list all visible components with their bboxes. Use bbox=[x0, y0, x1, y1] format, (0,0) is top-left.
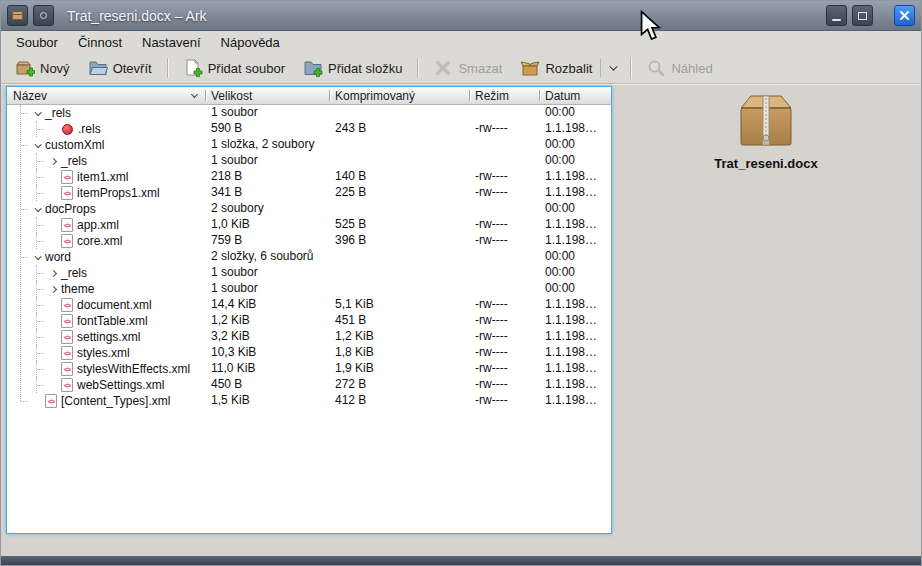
table-row[interactable]: stylesWithEffects.xml11,0 KiB1,9 KiB-rw-… bbox=[7, 361, 611, 377]
cell-mode: -rw---- bbox=[469, 217, 539, 233]
cell-date: 1.1.198… bbox=[539, 345, 611, 361]
chevron-down-icon[interactable] bbox=[610, 62, 618, 70]
archive-rows: _rels1 soubor00:00.rels590 B243 B-rw----… bbox=[7, 105, 611, 409]
pin-button[interactable] bbox=[33, 5, 54, 26]
table-row[interactable]: document.xml14,4 KiB5,1 KiB-rw----1.1.19… bbox=[7, 297, 611, 313]
menu-cinnost[interactable]: Činnost bbox=[68, 33, 132, 52]
cell-compressed: 1,8 KiB bbox=[329, 345, 469, 361]
info-panel: Trat_reseni.docx bbox=[617, 86, 915, 534]
column-label: Název bbox=[13, 89, 47, 103]
cell-date: 00:00 bbox=[539, 153, 611, 169]
table-row[interactable]: webSettings.xml450 B272 B-rw----1.1.198… bbox=[7, 377, 611, 393]
cell-date: 1.1.198… bbox=[539, 329, 611, 345]
table-row[interactable]: styles.xml10,3 KiB1,8 KiB-rw----1.1.198… bbox=[7, 345, 611, 361]
table-row[interactable]: _rels1 soubor00:00 bbox=[7, 265, 611, 281]
entry-name: docProps bbox=[45, 202, 96, 217]
table-header: Název Velikost Komprimovaný Režim Datum bbox=[7, 87, 611, 105]
table-row[interactable]: settings.xml3,2 KiB1,2 KiB-rw----1.1.198… bbox=[7, 329, 611, 345]
window-menu-button[interactable] bbox=[7, 5, 28, 26]
table-row[interactable]: [Content_Types].xml1,5 KiB412 B-rw----1.… bbox=[7, 393, 611, 409]
entry-name: itemProps1.xml bbox=[77, 186, 160, 201]
cell-size: 1 soubor bbox=[205, 281, 329, 297]
cell-size: 1 soubor bbox=[205, 105, 329, 121]
preview-icon bbox=[646, 58, 666, 78]
delete-button[interactable]: Smazat bbox=[426, 55, 509, 81]
expand-arrow-icon[interactable] bbox=[45, 271, 61, 276]
table-row[interactable]: .rels590 B243 B-rw----1.1.198… bbox=[7, 121, 611, 137]
expand-arrow-icon[interactable] bbox=[45, 159, 61, 164]
entry-name: core.xml bbox=[77, 234, 122, 249]
menu-napoveda[interactable]: Nápověda bbox=[211, 33, 290, 52]
cell-compressed: 396 B bbox=[329, 233, 469, 249]
collapse-arrow-icon[interactable] bbox=[29, 207, 45, 212]
table-row[interactable]: _rels1 soubor00:00 bbox=[7, 105, 611, 121]
cell-compressed: 140 B bbox=[329, 169, 469, 185]
table-row[interactable]: docProps2 soubory00:00 bbox=[7, 201, 611, 217]
collapse-arrow-icon[interactable] bbox=[29, 255, 45, 260]
entry-name: stylesWithEffects.xml bbox=[77, 362, 190, 377]
cell-compressed bbox=[329, 153, 469, 169]
entry-name: fontTable.xml bbox=[77, 314, 148, 329]
column-header-datum[interactable]: Datum bbox=[539, 87, 611, 104]
name-cell: settings.xml bbox=[7, 329, 205, 345]
table-row[interactable]: app.xml1,0 KiB525 B-rw----1.1.198… bbox=[7, 217, 611, 233]
table-row[interactable]: itemProps1.xml341 B225 B-rw----1.1.198… bbox=[7, 185, 611, 201]
table-row[interactable]: core.xml759 B396 B-rw----1.1.198… bbox=[7, 233, 611, 249]
window-title: Trat_reseni.docx – Ark bbox=[67, 8, 207, 24]
entry-name: document.xml bbox=[77, 298, 152, 313]
toolbar-button-label: Smazat bbox=[458, 61, 502, 76]
toolbar-button-label: Nový bbox=[40, 61, 70, 76]
cell-compressed bbox=[329, 201, 469, 217]
cell-date: 1.1.198… bbox=[539, 393, 611, 409]
table-row[interactable]: theme1 soubor00:00 bbox=[7, 281, 611, 297]
table-row[interactable]: customXml1 složka, 2 soubory00:00 bbox=[7, 137, 611, 153]
column-header-rezim[interactable]: Režim bbox=[469, 87, 539, 104]
table-row[interactable]: item1.xml218 B140 B-rw----1.1.198… bbox=[7, 169, 611, 185]
name-cell: document.xml bbox=[7, 297, 205, 313]
entry-name: _rels bbox=[45, 106, 71, 121]
minimize-button[interactable] bbox=[826, 5, 847, 26]
extract-button[interactable]: Rozbalit bbox=[513, 55, 622, 81]
expand-arrow-icon[interactable] bbox=[45, 287, 61, 292]
xml-file-icon bbox=[61, 218, 73, 232]
xml-file-icon bbox=[61, 314, 73, 328]
window-bottom-border bbox=[1, 556, 921, 565]
cell-date: 1.1.198… bbox=[539, 361, 611, 377]
name-cell: [Content_Types].xml bbox=[7, 393, 205, 409]
collapse-arrow-icon[interactable] bbox=[29, 143, 45, 148]
cell-size: 450 B bbox=[205, 377, 329, 393]
table-row[interactable]: fontTable.xml1,2 KiB451 B-rw----1.1.198… bbox=[7, 313, 611, 329]
preview-button[interactable]: Náhled bbox=[639, 55, 719, 81]
column-header-komprimovany[interactable]: Komprimovaný bbox=[329, 87, 469, 104]
name-cell: _rels bbox=[7, 105, 205, 121]
archive-tree-view: Název Velikost Komprimovaný Režim Datum … bbox=[6, 86, 612, 534]
menu-nastaveni[interactable]: Nastavení bbox=[132, 33, 211, 52]
cell-mode: -rw---- bbox=[469, 233, 539, 249]
cell-size: 14,4 KiB bbox=[205, 297, 329, 313]
cell-size: 1,0 KiB bbox=[205, 217, 329, 233]
cell-mode bbox=[469, 249, 539, 265]
cell-date: 1.1.198… bbox=[539, 377, 611, 393]
cell-compressed: 1,9 KiB bbox=[329, 361, 469, 377]
add-file-button[interactable]: Přidat soubor bbox=[176, 55, 292, 81]
name-cell: .rels bbox=[7, 121, 205, 137]
open-button[interactable]: Otevřít bbox=[81, 55, 159, 81]
new-archive-button[interactable]: Nový bbox=[8, 55, 77, 81]
column-header-velikost[interactable]: Velikost bbox=[205, 87, 329, 104]
cell-date: 1.1.198… bbox=[539, 217, 611, 233]
table-row[interactable]: word2 složky, 6 souborů00:00 bbox=[7, 249, 611, 265]
column-header-nazev[interactable]: Název bbox=[7, 87, 205, 104]
cell-date: 00:00 bbox=[539, 281, 611, 297]
cell-date: 00:00 bbox=[539, 249, 611, 265]
name-cell: theme bbox=[7, 281, 205, 297]
close-button[interactable] bbox=[894, 5, 915, 26]
table-row[interactable]: _rels1 soubor00:00 bbox=[7, 153, 611, 169]
toolbar-separator bbox=[630, 58, 631, 78]
cell-mode: -rw---- bbox=[469, 329, 539, 345]
xml-file-icon bbox=[61, 298, 73, 312]
add-folder-button[interactable]: Přidat složku bbox=[296, 55, 409, 81]
cell-date: 1.1.198… bbox=[539, 233, 611, 249]
menu-soubor[interactable]: Soubor bbox=[6, 33, 68, 52]
collapse-arrow-icon[interactable] bbox=[29, 111, 45, 116]
maximize-button[interactable] bbox=[852, 5, 873, 26]
